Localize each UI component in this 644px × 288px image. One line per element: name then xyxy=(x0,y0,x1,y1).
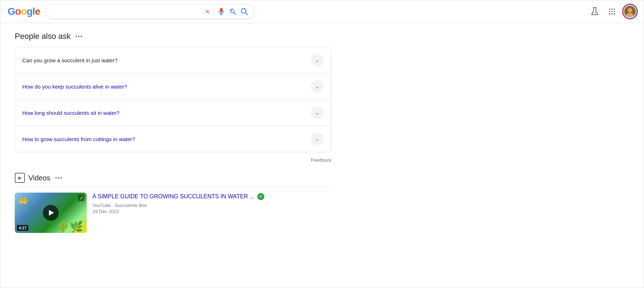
svg-point-13 xyxy=(609,13,611,15)
chevron-down-icon: ⌄ xyxy=(315,84,319,89)
voice-search-button[interactable] xyxy=(217,8,225,15)
feedback-row: Feedback xyxy=(15,155,331,164)
svg-point-14 xyxy=(611,13,613,15)
paa-item-4[interactable]: How to grow succulents from cuttings in … xyxy=(15,126,331,152)
video-title-link-1[interactable]: A SIMPLE GUIDE TO GROWING SUCCULENTS IN … xyxy=(92,193,331,201)
svg-line-3 xyxy=(246,13,248,15)
svg-point-7 xyxy=(609,9,611,10)
search-input[interactable]: how to grow succulents in water xyxy=(52,8,201,15)
search-divider xyxy=(213,7,214,16)
paa-question-1: Can you grow a succulent in just water? xyxy=(22,57,118,63)
video-source: YouTube xyxy=(92,203,111,208)
paa-question-3: How long should succulents sit in water? xyxy=(22,110,119,116)
feedback-link[interactable]: Feedback xyxy=(311,157,331,163)
search-bar: how to grow succulents in water ✕ xyxy=(46,4,254,19)
svg-point-8 xyxy=(611,9,613,10)
videos-section: ▶ Videos 🤲 🌵🌿 4:27 ⤢ xyxy=(15,173,331,233)
header-right xyxy=(589,5,636,18)
play-button-overlay xyxy=(43,205,59,221)
chevron-down-icon: ⌄ xyxy=(315,110,319,116)
main-content: People also ask Can you grow a succulent… xyxy=(0,23,346,242)
svg-point-15 xyxy=(614,13,615,15)
video-section-icon: ▶ xyxy=(15,173,25,183)
paa-item-3[interactable]: How long should succulents sit in water?… xyxy=(15,100,331,126)
video-title-text: A SIMPLE GUIDE TO GROWING SUCCULENTS IN … xyxy=(92,193,254,201)
play-triangle-icon xyxy=(49,210,54,216)
apps-icon[interactable] xyxy=(606,6,618,17)
header: Google how to grow succulents in water ✕ xyxy=(0,0,644,23)
paa-expand-button-4[interactable]: ⌄ xyxy=(311,132,324,145)
labs-icon[interactable] xyxy=(589,6,600,17)
paa-question-4: How to grow succulents from cuttings in … xyxy=(22,136,135,142)
video-card-1: 🤲 🌵🌿 4:27 ⤢ A SIMPLE GUIDE TO GROWING SU… xyxy=(15,193,331,233)
paa-item-1[interactable]: Can you grow a succulent in just water? … xyxy=(15,47,331,73)
videos-title: Videos xyxy=(28,174,50,182)
paa-item-2[interactable]: How do you keep succulents alive in wate… xyxy=(15,73,331,100)
paa-expand-button-3[interactable]: ⌄ xyxy=(311,106,324,119)
paa-expand-button-2[interactable]: ⌄ xyxy=(311,80,324,93)
svg-line-1 xyxy=(234,13,236,15)
video-date: 29 Dec 2022 xyxy=(92,209,331,214)
video-info-1: A SIMPLE GUIDE TO GROWING SUCCULENTS IN … xyxy=(92,193,331,214)
svg-point-5 xyxy=(593,13,594,13)
svg-point-6 xyxy=(595,12,596,13)
svg-point-17 xyxy=(628,8,632,12)
paa-title: People also ask xyxy=(15,32,71,41)
people-also-ask-section: People also ask Can you grow a succulent… xyxy=(15,32,331,164)
verified-badge: ✓ xyxy=(257,193,264,200)
video-channel: Succulents Box xyxy=(115,203,147,208)
google-logo: Google xyxy=(8,6,40,17)
check-icon: ✓ xyxy=(259,194,263,199)
clear-button[interactable]: ✕ xyxy=(205,8,210,15)
chevron-down-icon: ⌄ xyxy=(315,136,319,142)
paa-expand-button-1[interactable]: ⌄ xyxy=(311,54,324,67)
svg-point-10 xyxy=(609,11,611,12)
thumb-plants: 🌵🌿 xyxy=(56,220,83,233)
video-meta: YouTube · Succulents Box xyxy=(92,203,331,208)
fullscreen-icon: ⤢ xyxy=(78,195,85,201)
paa-header: People also ask xyxy=(15,32,331,41)
lens-search-button[interactable] xyxy=(229,8,237,15)
video-dot-separator: · xyxy=(112,203,115,208)
video-thumbnail-1[interactable]: 🤲 🌵🌿 4:27 ⤢ xyxy=(15,193,87,233)
svg-point-11 xyxy=(611,11,613,12)
avatar[interactable] xyxy=(623,5,636,18)
search-button[interactable] xyxy=(240,8,248,15)
thumb-decoration: 🤲 xyxy=(18,196,28,206)
svg-point-9 xyxy=(614,9,615,10)
chevron-down-icon: ⌄ xyxy=(315,57,319,63)
paa-list: Can you grow a succulent in just water? … xyxy=(15,47,331,152)
svg-point-12 xyxy=(614,11,615,12)
paa-question-2: How do you keep succulents alive in wate… xyxy=(22,84,127,90)
play-icon: ▶ xyxy=(18,175,22,180)
paa-menu-button[interactable] xyxy=(74,34,83,39)
videos-header: ▶ Videos xyxy=(15,173,331,187)
videos-menu-button[interactable] xyxy=(54,176,63,180)
svg-point-2 xyxy=(241,9,246,13)
video-duration: 4:27 xyxy=(17,225,28,231)
